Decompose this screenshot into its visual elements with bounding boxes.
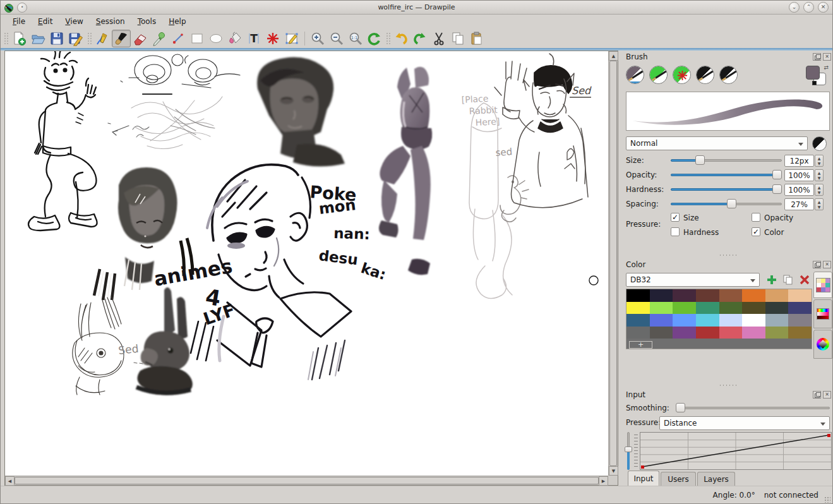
palette-swatch[interactable]	[765, 327, 789, 339]
add-palette-button[interactable]	[764, 273, 779, 287]
vertical-scrollbar[interactable]: ▲ ▼	[608, 51, 618, 476]
input-panel-close-button[interactable]: ✕	[823, 391, 831, 399]
slider-handle[interactable]	[625, 447, 632, 452]
copy-button[interactable]	[448, 30, 467, 47]
spin-up-icon[interactable]: ▲	[818, 200, 821, 204]
pressure-checkbox-size[interactable]: ✓	[671, 213, 680, 222]
drawing-canvas[interactable]: Poke mon nan: desu ka: animes 4 LYF Sed …	[5, 51, 608, 476]
brush-preset-5[interactable]	[719, 66, 738, 84]
curve-plot[interactable]	[640, 432, 832, 470]
rotate-reset-button[interactable]	[365, 30, 384, 47]
spin-down-icon[interactable]: ▼	[818, 176, 821, 180]
save-button[interactable]	[47, 30, 66, 47]
scroll-left-arrow[interactable]: ◀	[5, 476, 15, 486]
pressure-checkbox-hardness[interactable]	[671, 227, 680, 236]
brush-preset-4[interactable]	[696, 66, 714, 84]
palette-swatch[interactable]	[696, 289, 719, 302]
palette-swatch[interactable]	[673, 302, 696, 315]
size-slider[interactable]	[671, 155, 782, 165]
palette-swatch[interactable]	[696, 314, 719, 327]
dock-tab-users[interactable]: Users	[661, 472, 696, 486]
hardness-value[interactable]: 100%	[784, 184, 814, 196]
palette-swatch[interactable]	[650, 327, 673, 339]
palette-select[interactable]: DB32	[626, 273, 760, 287]
eraser-tool-button[interactable]	[131, 30, 150, 47]
opacity-value[interactable]: 100%	[784, 169, 814, 181]
palette-swatch[interactable]	[742, 289, 765, 302]
spacing-spinner[interactable]: ▲▼	[815, 198, 824, 210]
palette-swatch[interactable]	[696, 302, 719, 315]
vertical-scroll-thumb[interactable]	[609, 61, 617, 466]
laser-pointer-tool-button[interactable]	[263, 30, 282, 47]
spin-up-icon[interactable]: ▲	[818, 185, 821, 189]
palette-swatch[interactable]	[719, 327, 743, 339]
slider-handle[interactable]	[727, 199, 736, 208]
size-value[interactable]: 12px	[784, 155, 814, 167]
slider-groove[interactable]	[676, 407, 830, 409]
text-tool-button[interactable]: T	[244, 30, 263, 47]
opacity-slider[interactable]	[671, 169, 782, 180]
line-tool-button[interactable]	[169, 30, 188, 47]
color-panel-close-button[interactable]: ✕	[823, 261, 831, 268]
palette-swatch[interactable]	[788, 289, 812, 302]
add-color-button[interactable]: +	[629, 341, 652, 349]
brush-panel-float-button[interactable]	[813, 53, 821, 61]
horizontal-scrollbar[interactable]: ◀ ▶	[5, 476, 608, 485]
palette-swatch[interactable]	[673, 314, 696, 327]
close-button[interactable]: ✕	[818, 2, 829, 13]
maximize-button[interactable]: ⌃	[803, 2, 814, 13]
window-shade-button[interactable]: •	[17, 3, 27, 13]
delete-palette-button[interactable]	[797, 273, 812, 287]
palette-swatch[interactable]	[742, 302, 765, 315]
palette-swatch[interactable]	[742, 327, 765, 339]
dock-tab-input[interactable]: Input	[628, 471, 659, 486]
app-icon[interactable]	[4, 3, 14, 13]
slider-handle[interactable]	[676, 403, 685, 412]
hardness-slider[interactable]	[671, 184, 782, 195]
palette-swatch[interactable]	[673, 289, 696, 302]
paste-button[interactable]	[467, 30, 486, 47]
spin-down-icon[interactable]: ▼	[818, 161, 821, 165]
zoom-original-button[interactable]: 1:1	[346, 30, 365, 47]
spin-up-icon[interactable]: ▲	[818, 156, 821, 160]
brush-panel-close-button[interactable]: ✕	[823, 53, 831, 61]
brush-preset-2[interactable]	[649, 66, 668, 84]
spacing-slider[interactable]	[671, 198, 782, 209]
palette-swatch[interactable]	[650, 314, 673, 327]
menu-view[interactable]: View	[59, 15, 88, 28]
blend-mode-select[interactable]: Normal	[626, 136, 808, 150]
menu-edit[interactable]: Edit	[32, 15, 58, 28]
slider-handle[interactable]	[772, 170, 782, 179]
opacity-spinner[interactable]: ▲▼	[815, 169, 824, 181]
curve-vertical-slider[interactable]	[625, 432, 632, 470]
slider-handle[interactable]	[772, 184, 782, 194]
spin-down-icon[interactable]: ▼	[818, 205, 821, 209]
open-button[interactable]	[28, 30, 47, 47]
brush-preset-3[interactable]	[673, 66, 691, 84]
pressure-mode-select[interactable]: Distance	[659, 416, 830, 430]
slider-handle[interactable]	[695, 155, 705, 165]
color-picker-tool-button[interactable]	[150, 30, 169, 47]
blend-mode-indicator-icon[interactable]	[812, 136, 827, 151]
zoom-out-button[interactable]	[327, 30, 346, 47]
toolbar-drag-handle[interactable]	[87, 32, 92, 45]
tab-color-wheel[interactable]	[813, 330, 832, 359]
flood-fill-tool-button[interactable]	[225, 30, 244, 47]
menu-help[interactable]: Help	[163, 15, 191, 28]
rectangle-tool-button[interactable]	[188, 30, 207, 47]
palette-swatch[interactable]	[719, 289, 743, 302]
hardness-spinner[interactable]: ▲▼	[815, 184, 824, 196]
palette-swatch[interactable]	[765, 314, 789, 327]
tab-palette-view[interactable]	[813, 272, 832, 298]
palette-swatch[interactable]	[719, 314, 743, 327]
panel-splitter-handle[interactable]	[719, 384, 738, 387]
palette-swatch[interactable]	[788, 327, 812, 339]
palette-swatch[interactable]	[626, 289, 650, 302]
input-panel-float-button[interactable]	[813, 391, 821, 399]
duplicate-palette-button[interactable]	[781, 273, 795, 287]
menu-session[interactable]: Session	[90, 15, 131, 28]
smoothing-slider[interactable]	[676, 402, 830, 413]
panel-splitter-handle[interactable]	[719, 254, 738, 256]
cut-button[interactable]	[429, 30, 448, 47]
dock-tab-layers[interactable]: Layers	[697, 472, 735, 486]
